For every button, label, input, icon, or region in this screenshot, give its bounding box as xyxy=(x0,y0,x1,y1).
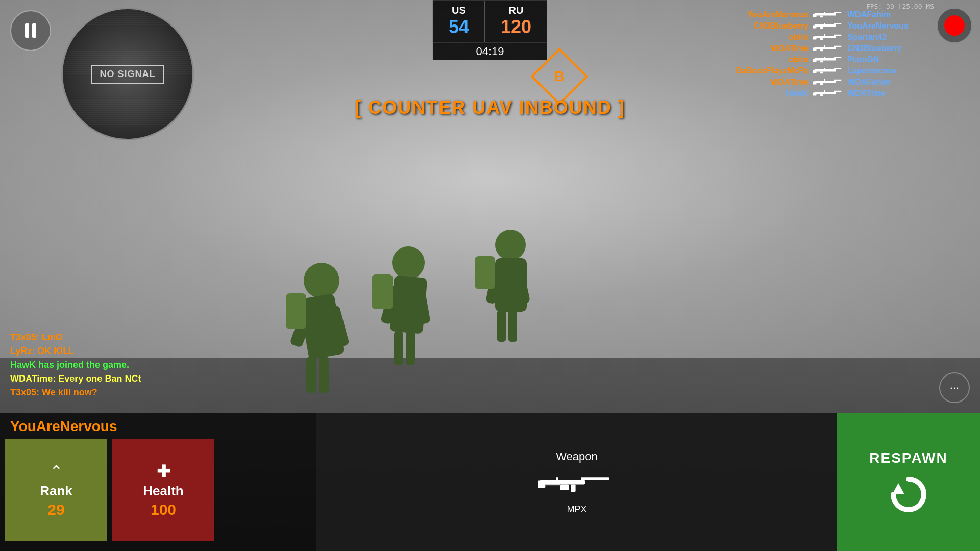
player-name-blue: Lapestecrew xyxy=(847,66,929,76)
svg-rect-58 xyxy=(497,310,506,342)
svg-rect-5 xyxy=(815,24,836,27)
player-name-blue: WDAFahim xyxy=(847,78,929,87)
svg-rect-6 xyxy=(834,23,841,24)
svg-rect-17 xyxy=(813,48,817,51)
pause-button[interactable] xyxy=(10,10,51,51)
health-cross-icon: ✚ xyxy=(157,462,170,481)
rifle-icon xyxy=(813,33,843,41)
svg-rect-65 xyxy=(560,484,569,490)
rifle-icon xyxy=(813,78,843,86)
player-name-orange: YouAreNervous xyxy=(727,10,808,19)
soldiers-svg xyxy=(204,209,664,413)
svg-rect-31 xyxy=(834,80,841,81)
player-row: DaBossPlayzMcPe Lapestecrew xyxy=(727,66,929,76)
player-name-hawk: HawK xyxy=(727,89,808,98)
svg-rect-35 xyxy=(815,92,836,94)
player-info-panel: YouAreNervous ⌃ Rank 29 ✚ Health 100 xyxy=(0,413,316,551)
soldiers-display xyxy=(204,209,664,413)
svg-rect-64 xyxy=(556,477,558,480)
ru-score: 120 xyxy=(501,16,531,38)
svg-rect-24 xyxy=(820,61,823,63)
svg-rect-14 xyxy=(820,38,823,40)
svg-rect-18 xyxy=(824,45,825,47)
svg-rect-38 xyxy=(824,90,825,92)
svg-rect-25 xyxy=(815,69,836,72)
health-box: ✚ Health 100 xyxy=(112,439,214,541)
svg-rect-22 xyxy=(813,59,817,62)
svg-rect-53 xyxy=(372,274,393,309)
svg-rect-37 xyxy=(813,93,817,96)
svg-rect-2 xyxy=(813,14,817,17)
chat-button[interactable]: ··· xyxy=(939,372,970,403)
svg-rect-27 xyxy=(813,70,817,73)
chat-log: T3x05: LmO LyRz: OK KILL HawK has joined… xyxy=(10,332,141,398)
chat-message: T3x05: We kill now? xyxy=(10,387,141,398)
svg-rect-29 xyxy=(820,72,823,74)
svg-rect-67 xyxy=(546,483,560,485)
svg-point-40 xyxy=(304,263,339,298)
ru-team-name: RU xyxy=(509,5,524,16)
us-team: US 54 xyxy=(433,1,484,42)
rifle-icon xyxy=(813,89,843,97)
signal-lines xyxy=(63,9,192,139)
svg-rect-21 xyxy=(834,57,841,58)
svg-rect-19 xyxy=(820,49,823,52)
svg-rect-10 xyxy=(815,36,836,38)
player-name-display: YouAreNervous xyxy=(0,418,316,439)
svg-rect-63 xyxy=(538,480,545,487)
weapon-label: Weapon xyxy=(556,450,598,463)
svg-rect-3 xyxy=(824,12,825,13)
record-button[interactable] xyxy=(937,8,972,43)
stat-boxes: ⌃ Rank 29 ✚ Health 100 xyxy=(0,439,316,541)
chat-message: HawK has joined the game. xyxy=(10,360,141,370)
svg-rect-20 xyxy=(815,58,836,61)
svg-rect-46 xyxy=(286,293,306,329)
player-row: obito PlatoDN xyxy=(727,55,929,64)
svg-rect-52 xyxy=(406,332,415,365)
no-signal-camera: NO SIGNAL xyxy=(61,8,194,140)
svg-rect-26 xyxy=(834,68,841,69)
objective-marker: B xyxy=(539,56,580,97)
svg-rect-34 xyxy=(820,83,823,85)
score-row: US 54 RU 120 xyxy=(433,0,547,42)
pause-icon xyxy=(25,23,36,38)
rank-label: Rank xyxy=(40,483,72,499)
rifle-icon xyxy=(813,11,843,19)
player-row: YouAreNervous WDAFahim xyxy=(727,10,929,19)
svg-rect-60 xyxy=(475,256,495,289)
scoreboard: US 54 RU 120 04:19 xyxy=(433,0,547,60)
svg-rect-44 xyxy=(306,357,316,393)
svg-rect-45 xyxy=(319,357,329,393)
player-name-blue: CN3Blueberry xyxy=(847,44,929,53)
svg-rect-8 xyxy=(824,23,825,24)
chat-dots-icon: ··· xyxy=(950,381,959,394)
uav-message: [ COUNTER UAV INBOUND ] xyxy=(355,97,625,118)
player-name-blue: Spartan42 xyxy=(847,33,929,42)
us-score: 54 xyxy=(449,16,469,38)
svg-rect-39 xyxy=(820,94,823,96)
svg-rect-28 xyxy=(824,68,825,69)
respawn-icon xyxy=(888,474,929,515)
chat-message: LyRz: OK KILL xyxy=(10,346,141,357)
chat-message: T3x05: LmO xyxy=(10,332,141,343)
svg-rect-0 xyxy=(815,13,836,16)
player-name-orange: DaBossPlayzMcPe xyxy=(727,66,808,76)
svg-rect-59 xyxy=(508,310,517,342)
respawn-button[interactable]: RESPAWN xyxy=(837,413,980,551)
player-row: WDATime CN3Blueberry xyxy=(727,44,929,53)
svg-rect-62 xyxy=(581,477,609,480)
player-row: WDATime WDAFahim xyxy=(727,78,929,87)
respawn-label: RESPAWN xyxy=(869,450,948,466)
us-team-name: US xyxy=(452,5,466,16)
svg-rect-33 xyxy=(824,79,825,81)
player-name-blue: YouAreNervous xyxy=(847,21,929,31)
svg-rect-23 xyxy=(824,57,825,58)
player-row: obito Spartan42 xyxy=(727,33,929,42)
player-row: HawK WDATime xyxy=(727,89,929,98)
svg-rect-7 xyxy=(813,26,817,29)
timer: 04:19 xyxy=(433,42,547,60)
player-name-orange: WDATime xyxy=(727,44,808,53)
player-name-orange: obito xyxy=(727,33,808,42)
svg-rect-13 xyxy=(824,34,825,36)
svg-rect-11 xyxy=(834,35,841,36)
